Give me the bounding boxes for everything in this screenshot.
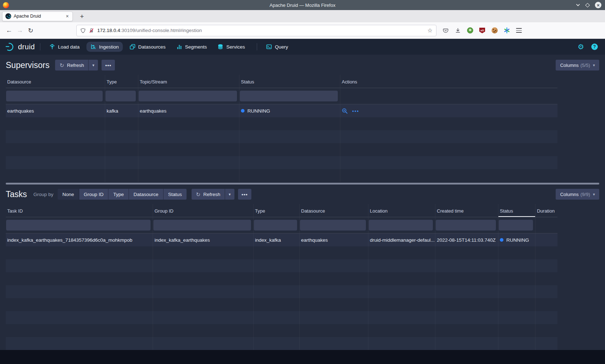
row-more-actions-icon[interactable]: •••	[352, 108, 359, 114]
pocket-icon[interactable]	[442, 27, 449, 35]
browser-tab[interactable]: Apache Druid ×	[2, 12, 73, 21]
forward-icon[interactable]: →	[14, 27, 25, 34]
nav-item-segments[interactable]: Segments	[172, 42, 211, 52]
column-header[interactable]: Type	[254, 204, 300, 217]
column-header[interactable]: Location	[368, 204, 435, 217]
column-header[interactable]: Duration	[535, 204, 557, 217]
task-row[interactable]: index_kafka_earthquakes_7184357396d6c0a_…	[6, 233, 557, 246]
inspect-magnifier-icon[interactable]	[342, 108, 348, 114]
privacy-badger-icon[interactable]	[466, 27, 474, 35]
cell-duration[interactable]	[535, 233, 557, 246]
help-icon[interactable]: ?	[591, 44, 598, 50]
table-cell-empty	[239, 156, 340, 169]
column-header[interactable]: Type	[105, 75, 138, 88]
filter-status-input[interactable]	[499, 220, 533, 231]
table-cell-empty	[498, 324, 535, 337]
supervisors-table: Datasource Type Topic/Stream Status Acti…	[6, 75, 557, 182]
nav-item-services[interactable]: Services	[214, 42, 249, 52]
nav-item-ingestion[interactable]: Ingestion	[86, 42, 123, 52]
filter-group-id-input[interactable]	[153, 220, 251, 231]
group-by-status-button[interactable]: Status	[163, 189, 187, 200]
supervisors-refresh-caret-button[interactable]: ▾	[89, 60, 98, 70]
filter-status-input[interactable]	[240, 91, 338, 101]
filter-topic-input[interactable]	[139, 91, 237, 101]
supervisors-refresh-button[interactable]: ↻ Refresh	[55, 60, 88, 70]
shield-icon[interactable]	[80, 28, 86, 33]
window-maximize-icon[interactable]	[585, 3, 590, 8]
cell-type[interactable]: kafka	[105, 104, 138, 117]
back-icon[interactable]: ←	[4, 27, 14, 34]
cell-created-time[interactable]: 2022-08-15T14:11:03.740Z	[435, 233, 498, 246]
nav-item-query[interactable]: Query	[262, 42, 292, 52]
table-cell-empty	[6, 130, 105, 143]
table-cell-empty	[6, 259, 153, 272]
column-header[interactable]: Topic/Stream	[138, 75, 239, 88]
cell-type[interactable]: index_kafka	[254, 233, 300, 246]
column-header[interactable]: Datasource	[300, 204, 368, 217]
table-row-empty	[6, 337, 557, 350]
tasks-columns-button[interactable]: Columns (9/9) ▾	[556, 189, 599, 200]
cell-topic-stream[interactable]: earthquakes	[138, 104, 239, 117]
cell-status[interactable]: RUNNING	[498, 233, 535, 246]
table-cell-empty	[300, 285, 368, 298]
refresh-icon: ↻	[196, 192, 201, 197]
bookmark-star-icon[interactable]: ☆	[427, 27, 433, 34]
column-header[interactable]: Task ID	[6, 204, 153, 217]
nav-item-datasources[interactable]: Datasources	[126, 42, 170, 52]
tasks-refresh-caret-button[interactable]: ▾	[225, 189, 234, 200]
group-by-type-button[interactable]: Type	[108, 189, 129, 200]
column-header[interactable]: Created time	[435, 204, 498, 217]
download-icon[interactable]	[454, 27, 462, 35]
menu-hamburger-icon[interactable]	[515, 27, 523, 35]
table-cell-empty	[6, 117, 105, 130]
cell-location[interactable]: druid-middlemanager-defaul...	[368, 233, 435, 246]
filter-task-id-input[interactable]	[6, 220, 151, 231]
tasks-more-button[interactable]: •••	[238, 189, 251, 200]
table-cell-empty	[300, 272, 368, 285]
table-cell-empty	[138, 156, 239, 169]
window-close-icon[interactable]: ×	[595, 2, 601, 8]
cell-status[interactable]: RUNNING	[239, 104, 340, 117]
cell-task-id[interactable]: index_kafka_earthquakes_7184357396d6c0a_…	[6, 233, 153, 246]
url-text[interactable]: 172.18.0.4:30109/unified-console.html#in…	[97, 28, 427, 33]
column-header[interactable]: Group ID	[153, 204, 254, 217]
settings-gear-icon[interactable]: ⚙	[578, 42, 584, 51]
column-header[interactable]: Actions	[340, 75, 557, 88]
insecure-lock-icon[interactable]	[89, 28, 94, 33]
filter-datasource-input[interactable]	[6, 91, 103, 101]
window-minimize-icon[interactable]	[576, 4, 580, 6]
supervisors-more-button[interactable]: •••	[102, 60, 115, 70]
reload-icon[interactable]: ↻	[25, 27, 36, 35]
group-by-group-id-button[interactable]: Group ID	[79, 189, 109, 200]
cell-datasource[interactable]: earthquakes	[300, 233, 368, 246]
supervisors-title: Supervisors	[6, 60, 49, 70]
asterisk-extension-icon[interactable]	[503, 27, 511, 35]
table-cell-empty	[435, 298, 498, 311]
cell-group-id[interactable]: index_kafka_earthquakes	[153, 233, 254, 246]
filter-created-time-input[interactable]	[436, 220, 496, 231]
supervisors-columns-button[interactable]: Columns (5/5) ▾	[556, 60, 599, 70]
filter-type-input[interactable]	[254, 220, 297, 231]
group-by-datasource-button[interactable]: Datasource	[129, 189, 163, 200]
url-bar[interactable]: 172.18.0.4:30109/unified-console.html#in…	[76, 25, 436, 36]
cookie-icon[interactable]	[490, 27, 498, 35]
druid-logo[interactable]: druid	[5, 42, 35, 52]
filter-datasource-input[interactable]	[300, 220, 366, 231]
nav-item-load-data[interactable]: Load data	[45, 42, 84, 52]
supervisor-row[interactable]: earthquakes kafka earthquakes RUNNING ••…	[6, 104, 557, 117]
cell-datasource[interactable]: earthquakes	[6, 104, 105, 117]
tasks-refresh-button[interactable]: ↻ Refresh	[192, 189, 225, 200]
table-cell-empty	[6, 272, 153, 285]
table-cell-empty	[254, 337, 300, 350]
filter-location-input[interactable]	[369, 220, 433, 231]
column-header-sorted[interactable]: Status	[498, 204, 535, 217]
ublock-origin-icon[interactable]: uO	[478, 27, 486, 35]
filter-type-input[interactable]	[106, 91, 136, 101]
table-row-empty	[6, 324, 557, 337]
column-header[interactable]: Datasource	[6, 75, 105, 88]
column-header[interactable]: Status	[239, 75, 340, 88]
group-by-none-button[interactable]: None	[58, 189, 79, 200]
new-tab-button[interactable]: +	[78, 12, 86, 21]
tab-close-icon[interactable]: ×	[65, 13, 70, 19]
table-cell-empty	[498, 285, 535, 298]
